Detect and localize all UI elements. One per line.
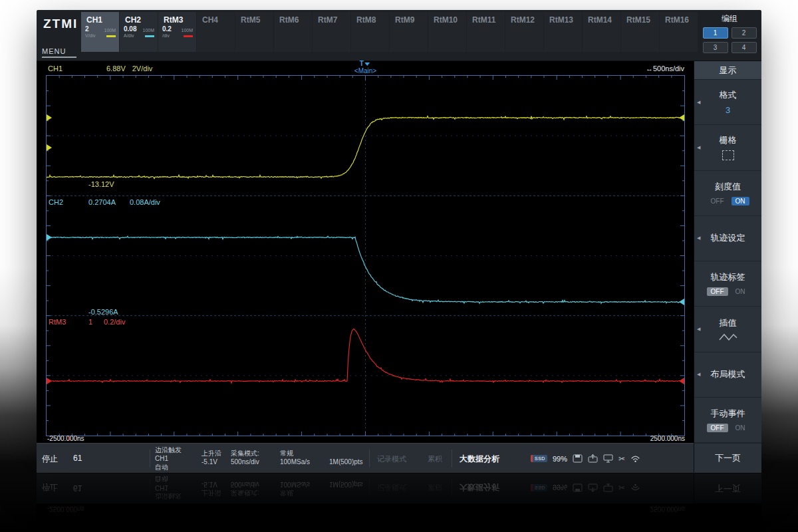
channel-tab-rtm9[interactable]: RtM9 <box>390 12 428 52</box>
sidebar-item-label: 轨迹标签 <box>711 271 745 283</box>
group-button-1[interactable]: 1 <box>703 27 728 39</box>
save-file-icon <box>573 454 583 463</box>
toggle-off[interactable]: OFF <box>707 287 728 296</box>
tab-label: RtM6 <box>274 15 312 25</box>
trigger-position-marker[interactable]: T <box>360 60 370 67</box>
sidebar-items: ◀格式3◀栅格刻度值OFFON◀轨迹设定轨迹标签OFFON◀插值◀布局模式手动事… <box>694 80 761 443</box>
channel-tab-rtm16[interactable]: RtM16 <box>660 12 698 52</box>
sidebar-item-8[interactable]: 手动事件OFFON <box>694 398 761 443</box>
toggle-off[interactable]: OFF <box>707 424 728 432</box>
channel-tab-rtm5[interactable]: RtM5 <box>235 12 273 52</box>
channel-tab-ch4[interactable]: CH4 <box>197 12 235 52</box>
main-window-label: <Main> <box>354 67 376 74</box>
channel-tab-rtm6[interactable]: RtM6 <box>274 12 312 52</box>
channel-tab-ch1[interactable]: CH12100MV/div <box>81 12 119 52</box>
time-div-readout: 500ns/div <box>231 458 259 466</box>
toggle-off[interactable]: OFF <box>707 197 728 205</box>
group-panel-title: 编组 <box>701 13 758 25</box>
next-page-button[interactable]: 下一页 <box>694 443 761 473</box>
group-button-3[interactable]: 3 <box>703 42 728 53</box>
sidebar-item-3[interactable]: 刻度值OFFON <box>694 171 761 216</box>
tab-bandwidth: 100M <box>142 28 154 33</box>
channel-tab-rtm8[interactable]: RtM8 <box>351 12 389 52</box>
ch2-min-readout: -0.5296A <box>88 308 118 316</box>
plot-area[interactable]: -13.12V CH2 0.2704A 0.08A/div -0.5296A R… <box>46 75 685 436</box>
sidebar-item-2[interactable]: ◀栅格 <box>694 125 761 170</box>
channel-tab-rtm12[interactable]: RtM12 <box>505 12 543 52</box>
tab-label: RtM3 <box>158 15 196 25</box>
tab-unit: V/div <box>85 33 96 38</box>
toggle-on[interactable]: ON <box>732 287 749 296</box>
top-bar: ZTMI MENU CH12100MV/divCH20.08100MA/divR… <box>37 10 761 61</box>
sidebar-item-7[interactable]: ◀布局模式 <box>694 352 761 398</box>
rtm3-ground-marker: 1 <box>67 435 70 442</box>
accumulate-button[interactable]: 累积 <box>428 454 442 464</box>
scope-info-row: CH16.88V2V/div T <Main> ↔500ns/div <box>46 61 685 75</box>
sidebar-item-label: 格式 <box>720 89 737 101</box>
menu-button[interactable]: MENU <box>42 47 76 58</box>
tab-label: RtM13 <box>544 15 582 25</box>
ch1-name: CH1 <box>48 65 106 72</box>
ch1-min-readout: -13.12V <box>88 180 114 188</box>
waveform-svg <box>47 76 684 436</box>
channel-tab-rtm13[interactable]: RtM13 <box>544 12 582 52</box>
toggle-on[interactable]: ON <box>732 197 749 205</box>
timebase-readout: ↔500ns/div <box>646 65 684 72</box>
channel-tab-ch2[interactable]: CH20.08100MA/div <box>120 12 158 52</box>
channel-tab-rtm15[interactable]: RtM15 <box>621 12 659 52</box>
tab-label: RtM14 <box>583 15 620 25</box>
brand-logo: ZTMI <box>43 17 78 31</box>
run-state: 停止 <box>42 454 58 465</box>
group-panel: 编组 1234 <box>701 13 758 53</box>
channel-tab-rtm10[interactable]: RtM10 <box>428 12 466 52</box>
time-left-label: -2500.000ns <box>47 435 84 442</box>
left-arrow-icon: ◀ <box>697 327 700 332</box>
ssd-icon: SSD <box>531 455 547 462</box>
trigger-mode: 自动 <box>155 463 182 471</box>
tab-label: RtM15 <box>621 15 659 25</box>
interpolation-icon <box>719 333 737 341</box>
bottom-row: 停止 61 边沿触发 CH1 自动 上升沿 -5.1V 采集模式: 500ns/… <box>37 443 761 473</box>
tab-scale-value: 2 <box>85 25 89 33</box>
channel-tab-rtm3[interactable]: RtM30.2100M/div <box>158 12 196 52</box>
record-points-readout: 1M(500)pts <box>329 458 363 466</box>
acq-mode-value: 常规 <box>280 449 310 458</box>
sidebar-item-4[interactable]: ◀轨迹设定 <box>694 216 761 261</box>
channel-tab-rtm11[interactable]: RtM11 <box>467 12 505 52</box>
content-row: CH16.88V2V/div T <Main> ↔500ns/div -13.1… <box>37 61 761 443</box>
storage-percent: 99% <box>553 455 567 463</box>
reflection-fade <box>37 473 761 532</box>
channel-tab-rtm14[interactable]: RtM14 <box>583 12 620 52</box>
tab-unit: A/div <box>124 33 134 38</box>
trigger-block: 边沿触发 CH1 自动 <box>155 446 182 471</box>
tab-scale-value: 0.2 <box>162 25 172 33</box>
export-icon <box>588 454 598 463</box>
tab-label: RtM12 <box>505 15 543 25</box>
tab-scale-value: 0.08 <box>124 25 136 33</box>
tab-label: RtM11 <box>467 15 505 25</box>
trigger-source: CH1 <box>155 454 182 463</box>
left-arrow-icon: ◀ <box>697 372 700 377</box>
group-button-4[interactable]: 4 <box>732 42 757 53</box>
trigger-type: 边沿触发 <box>155 446 182 454</box>
rtm3-marker: 1 <box>88 318 92 326</box>
toggle-on[interactable]: ON <box>732 424 749 432</box>
tab-label: RtM8 <box>351 15 389 25</box>
sidebar-item-label: 轨迹设定 <box>711 232 745 244</box>
tab-label: CH2 <box>120 15 158 25</box>
tab-label: RtM5 <box>235 15 273 25</box>
display-icon <box>603 454 613 463</box>
waveform-display: CH16.88V2V/div T <Main> ↔500ns/div -13.1… <box>37 61 694 443</box>
sidebar-item-6[interactable]: ◀插值 <box>694 307 761 352</box>
tab-bandwidth: 100M <box>104 28 116 33</box>
status-icons: SSD 99% ✂ <box>531 444 640 473</box>
time-right-label: 2500.000ns <box>650 435 685 442</box>
group-button-2[interactable]: 2 <box>732 27 757 39</box>
time-axis-row: -2500.000ns 1 2500.000ns <box>37 436 694 443</box>
big-data-analysis-button[interactable]: 大数据分析 <box>460 454 499 465</box>
record-mode-button[interactable]: 记录模式 <box>377 454 406 464</box>
sidebar-item-1[interactable]: ◀格式3 <box>694 80 761 125</box>
channel-tab-rtm7[interactable]: RtM7 <box>313 12 350 52</box>
ch2-scale: 0.08A/div <box>130 198 160 206</box>
sidebar-item-5[interactable]: 轨迹标签OFFON <box>694 261 761 307</box>
